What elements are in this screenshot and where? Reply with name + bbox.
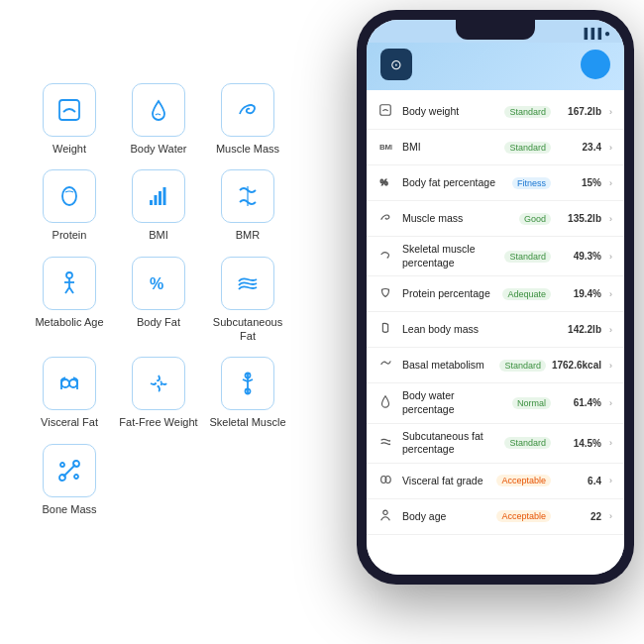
- icon-box-fatfree: [132, 357, 185, 410]
- icon-label-skeletal: Skeletal Muscle: [209, 415, 285, 429]
- measure-badge: Acceptable: [496, 475, 551, 486]
- headline: [30, 30, 327, 61]
- svg-rect-5: [159, 191, 161, 205]
- measure-row[interactable]: Lean body mass 142.2lb ›: [367, 312, 624, 348]
- measure-icon: [378, 508, 396, 525]
- svg-point-19: [156, 380, 161, 386]
- measure-name: Lean body mass: [402, 323, 551, 337]
- svg-point-14: [69, 379, 77, 387]
- grid-item-scale: Weight: [30, 83, 109, 156]
- measure-icon: BMI: [378, 139, 396, 156]
- measure-row[interactable]: Skeletal muscle percentage Standard 49.3…: [367, 237, 624, 276]
- phone-screen: ▐▐▐ ● ⊙ Body weight Standard: [367, 20, 624, 575]
- measure-row[interactable]: BMI BMI Standard 23.4 ›: [367, 130, 624, 165]
- measure-row[interactable]: Body age Acceptable 22 ›: [367, 499, 624, 535]
- icon-label-subcut: Subcutaneous Fat: [208, 315, 287, 344]
- measure-value: 19.4%: [557, 288, 601, 299]
- grid-item-metabolic: Metabolic Age: [30, 257, 109, 344]
- measure-icon: [378, 210, 396, 227]
- measure-row[interactable]: Body water percentage Normal 61.4% ›: [367, 383, 624, 423]
- measure-value: 23.4: [557, 142, 601, 153]
- measure-arrow: ›: [609, 178, 612, 188]
- icon-box-bmi: [132, 169, 185, 223]
- svg-text:%: %: [380, 177, 388, 187]
- icon-box-subcut: [221, 257, 274, 310]
- measure-name: Body fat percentage: [402, 176, 506, 190]
- avatar[interactable]: [581, 50, 610, 79]
- icon-box-water: [132, 83, 185, 137]
- icon-box-visceral: [43, 357, 96, 410]
- measure-name: Visceral fat grade: [402, 475, 490, 488]
- measure-value: 22: [557, 511, 601, 522]
- svg-line-23: [63, 465, 75, 477]
- svg-point-13: [61, 379, 69, 387]
- icon-label-water: Body Water: [130, 142, 186, 156]
- measure-row[interactable]: Muscle mass Good 135.2lb ›: [367, 201, 624, 237]
- app-header: ⊙: [367, 43, 624, 90]
- measure-arrow: ›: [609, 107, 612, 117]
- svg-point-24: [59, 475, 65, 481]
- measure-name: Protein percentage: [402, 287, 496, 301]
- measure-name: Subcutaneous fat percentage: [402, 430, 498, 457]
- icon-box-bmr: [221, 169, 274, 223]
- app-icon: ⊙: [380, 49, 412, 80]
- measure-name: Body water percentage: [402, 389, 506, 416]
- left-panel: Weight Body Water Muscle Mass Protein BM…: [30, 30, 327, 624]
- measure-row[interactable]: Subcutaneous fat percentage Standard 14.…: [367, 424, 624, 464]
- measure-row[interactable]: Body weight Standard 167.2lb ›: [367, 94, 624, 130]
- measure-arrow: ›: [609, 252, 612, 262]
- main-container: Weight Body Water Muscle Mass Protein BM…: [0, 0, 644, 644]
- measure-value: 167.2lb: [557, 106, 601, 117]
- grid-item-bone: Bone Mass: [30, 444, 109, 516]
- measure-icon: [378, 321, 396, 338]
- measure-icon: [378, 394, 396, 411]
- icon-label-protein: Protein: [53, 228, 87, 242]
- measure-row[interactable]: % Body fat percentage Fitness 15% ›: [367, 165, 624, 201]
- measure-badge: Standard: [504, 142, 551, 154]
- measure-arrow: ›: [609, 289, 612, 299]
- measure-name: Skeletal muscle percentage: [402, 243, 498, 269]
- grid-item-skeletal: Skeletal Muscle: [208, 357, 287, 429]
- svg-rect-4: [155, 195, 158, 205]
- measure-value: 135.2lb: [557, 213, 601, 224]
- phone-outer: ▐▐▐ ● ⊙ Body weight Standard: [357, 10, 634, 585]
- measure-arrow: ›: [609, 476, 612, 485]
- svg-rect-6: [163, 187, 166, 205]
- measure-value: 14.5%: [557, 438, 601, 449]
- phone-notch: [456, 20, 535, 40]
- icon-label-bmi: BMI: [149, 228, 168, 242]
- measure-icon: [378, 285, 396, 302]
- measure-row[interactable]: Protein percentage Adequate 19.4% ›: [367, 276, 624, 312]
- measure-value: 142.2lb: [557, 324, 601, 335]
- icon-label-bone: Bone Mass: [42, 502, 96, 516]
- measure-name: Muscle mass: [402, 212, 513, 226]
- icon-label-fat: Body Fat: [137, 315, 180, 329]
- measure-badge: Standard: [499, 360, 546, 372]
- measure-arrow: ›: [609, 214, 612, 224]
- app-icon-symbol: ⊙: [390, 56, 402, 72]
- measure-arrow: ›: [609, 325, 612, 335]
- measure-arrow: ›: [609, 143, 612, 153]
- measure-value: 61.4%: [557, 397, 601, 408]
- grid-item-bmr: BMR: [208, 169, 287, 242]
- measure-name: Body age: [402, 510, 490, 524]
- icon-box-skeletal: [221, 357, 274, 410]
- icon-label-muscle: Muscle Mass: [216, 142, 279, 156]
- measure-icon: [378, 248, 396, 265]
- measure-row[interactable]: Visceral fat grade Acceptable 6.4 ›: [367, 464, 624, 499]
- svg-point-7: [66, 272, 72, 278]
- measure-value: 6.4: [557, 476, 601, 486]
- svg-point-27: [74, 475, 78, 479]
- measure-name: Basal metabolism: [402, 359, 493, 373]
- icon-box-scale: [43, 83, 96, 137]
- measure-icon: %: [378, 174, 396, 191]
- grid-item-water: Body Water: [119, 83, 198, 156]
- icon-box-metabolic: [43, 257, 96, 310]
- measure-name: Body weight: [402, 105, 498, 119]
- grid-item-protein: Protein: [30, 169, 109, 242]
- icon-label-bmr: BMR: [236, 228, 260, 242]
- grid-item-muscle: Muscle Mass: [208, 83, 287, 156]
- measure-badge: Standard: [504, 106, 551, 118]
- measure-row[interactable]: Basal metabolism Standard 1762.6kcal ›: [367, 348, 624, 383]
- svg-point-33: [383, 510, 387, 514]
